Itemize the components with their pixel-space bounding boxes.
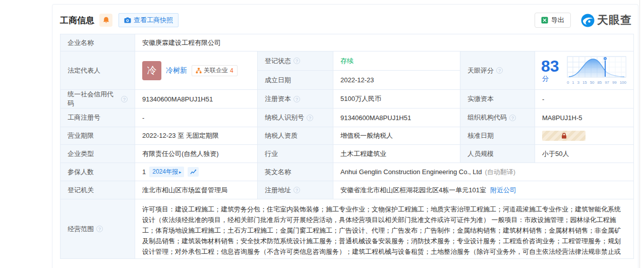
approval-date-label: 核准日期 <box>460 127 535 145</box>
business-info-card: 工商信息 查看工商快照 <box>52 4 638 268</box>
taxpayer-quality-value: 增值税一般纳税人 <box>333 127 460 145</box>
industry-value: 土木工程建筑业 <box>333 145 460 163</box>
reg-authority-label: 登记机关 <box>61 181 135 199</box>
section-title: 工商信息 <box>60 15 94 26</box>
insured-count-label: 参保人数 <box>61 163 135 181</box>
legal-rep-name-link[interactable]: 冷树新 <box>166 66 187 75</box>
reg-capital-label: 注册资本 <box>258 90 333 109</box>
approval-date-value <box>535 127 633 145</box>
insured-count-value: 1 <box>142 168 146 176</box>
paid-capital-label: 实缴资本 <box>460 90 535 109</box>
score-distribution-chart: 0131550859799100 <box>567 56 626 85</box>
org-tree-icon <box>196 68 202 74</box>
paid-capital-value: - <box>535 90 633 109</box>
taxpayer-id-value: 91340600MA8PUJ1H51 <box>333 109 460 127</box>
legal-rep-label: 法定代表人 <box>61 51 135 90</box>
company-type-label: 企业类型 <box>61 145 135 163</box>
reg-status-label: 登记状态 <box>258 51 333 71</box>
taxpayer-id-label: 纳税人识别号 <box>258 109 333 127</box>
page: 工商信息 查看工商快照 <box>0 0 644 268</box>
english-name-label: 英文名称 <box>258 163 333 181</box>
tianyancha-logo-icon <box>581 14 595 27</box>
business-scope-value: 许可项目：建设工程施工；建筑劳务分包；住宅室内装饰装修；施工专业作业；文物保护工… <box>135 199 633 258</box>
export-button-label: 导出 <box>551 16 564 25</box>
business-info-table: 企业名称 安徽庚霖建设工程有限公司 法定代表人 冷 冷树新 关联企业 4 <box>60 34 634 259</box>
card-header: 工商信息 查看工商快照 <box>52 5 638 34</box>
export-button[interactable]: 导出 <box>535 13 571 28</box>
help-icon[interactable] <box>294 96 300 102</box>
score-unit: 分 <box>542 75 549 82</box>
snapshot-button-label: 查看工商快照 <box>134 16 173 25</box>
legal-rep-avatar[interactable]: 冷 <box>142 61 161 80</box>
related-companies-count: 4 <box>230 67 233 74</box>
trend-chart-button[interactable] <box>188 167 199 177</box>
staff-size-label: 人员规模 <box>460 145 535 163</box>
tianyan-score-label: 天眼评分 <box>460 51 535 90</box>
business-scope-label: 经营范围 <box>61 199 135 258</box>
help-icon[interactable] <box>294 58 300 64</box>
business-term-label: 营业期限 <box>61 127 135 145</box>
reg-address-value: 安徽省淮北市相山区桓湖花园北区4栋一单元101室 附近公司 <box>333 181 633 199</box>
establish-date-value: 2022-12-23 <box>333 71 460 90</box>
reg-status-value: 存续 <box>333 51 460 71</box>
related-companies-badge[interactable]: 关联企业 4 <box>192 65 238 76</box>
industry-label: 行业 <box>258 145 333 163</box>
trend-icon <box>190 170 196 175</box>
help-icon[interactable] <box>307 115 313 121</box>
reg-number-label: 工商注册号 <box>61 109 135 127</box>
tianyancha-logo: 天眼查 <box>581 13 632 28</box>
org-code-value: MA8PUJ1H-5 <box>535 109 633 127</box>
english-name-value: Anhui Genglin Construction Engineering C… <box>333 163 633 181</box>
brand-name: 天眼查 <box>597 13 632 28</box>
staff-size-value: 小于50人 <box>535 145 633 163</box>
related-companies-label: 关联企业 <box>204 66 228 75</box>
snapshot-button[interactable]: 查看工商快照 <box>119 13 179 27</box>
tianyan-score-cell: 83分 <box>535 51 633 90</box>
org-code-label: 组织机构代码 <box>460 109 535 127</box>
company-name-label: 企业名称 <box>61 34 135 51</box>
legal-rep-cell: 冷 冷树新 关联企业 4 <box>135 51 258 90</box>
credit-code-value: 91340600MA8PUJ1H51 <box>135 90 258 109</box>
annual-report-link[interactable]: 2024年报 <box>149 167 184 177</box>
help-icon[interactable] <box>294 187 300 193</box>
bell-icon-glyph <box>103 17 109 24</box>
company-name-value: 安徽庚霖建设工程有限公司 <box>135 34 633 51</box>
bell-icon[interactable] <box>99 14 112 27</box>
company-type-value: 有限责任公司(自然人独资) <box>135 145 258 163</box>
excel-icon <box>541 17 548 24</box>
reg-address-label: 注册地址 <box>258 181 333 199</box>
lock-icon <box>561 133 567 139</box>
reg-number-value: - <box>135 109 258 127</box>
help-icon[interactable] <box>496 67 503 74</box>
business-term-value: 2022-12-23 至 无固定期限 <box>135 127 258 145</box>
nearby-companies-link[interactable]: 附近公司 <box>490 186 516 195</box>
establish-date-label: 成立日期 <box>258 71 333 90</box>
camera-icon <box>124 17 131 23</box>
reg-capital-value: 5100万人民币 <box>333 90 460 109</box>
insured-count-cell: 1 2024年报 <box>135 163 258 181</box>
page-scroll-edge <box>639 0 640 268</box>
credit-code-label: 统一社会信用代码 <box>61 90 135 109</box>
chart-axis-ticks: 0131550859799100 <box>567 80 626 85</box>
taxpayer-quality-label: 纳税人资质 <box>258 127 333 145</box>
score-value: 83 <box>541 57 559 75</box>
bell-curve-chart <box>567 56 626 78</box>
help-icon[interactable] <box>96 226 103 232</box>
locked-value[interactable] <box>542 131 586 141</box>
help-icon[interactable] <box>509 115 516 121</box>
help-icon[interactable] <box>121 96 128 102</box>
reg-authority-value: 淮北市相山区市场监督管理局 <box>135 181 258 199</box>
auto-translate-note: (自动翻译) <box>485 168 515 177</box>
